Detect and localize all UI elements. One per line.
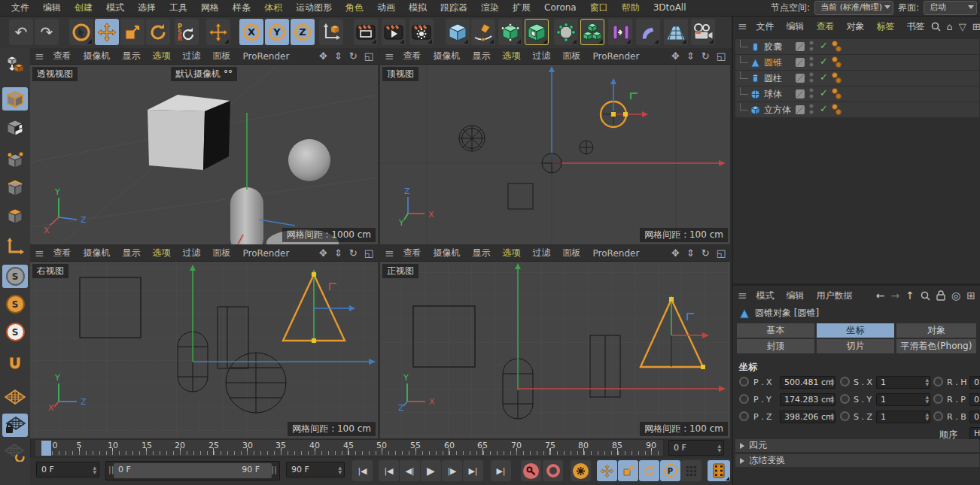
stepper-icon[interactable]: ▲▼ <box>338 465 342 474</box>
texture-mode-button[interactable] <box>2 116 28 139</box>
rp-input[interactable]: 0 <box>969 393 980 406</box>
burger-icon[interactable]: ≡ <box>385 50 394 63</box>
live-selection-button[interactable] <box>69 19 93 45</box>
order-select[interactable]: H <box>969 427 980 440</box>
viewport-menu-display[interactable]: 显示 <box>117 247 147 259</box>
key-radio[interactable] <box>739 411 749 421</box>
polygons-mode-button[interactable] <box>2 204 28 227</box>
camera-toggle-icon[interactable] <box>224 71 233 78</box>
sz-input[interactable]: 1▲▼ <box>876 411 930 423</box>
object-name[interactable]: 胶囊 <box>764 41 782 53</box>
menu-help[interactable]: 帮助 <box>615 0 647 16</box>
rotate-tool-button[interactable] <box>146 19 170 45</box>
burger-icon[interactable]: ≡ <box>35 50 44 63</box>
search-icon[interactable] <box>921 291 930 301</box>
key-radio[interactable] <box>840 394 850 404</box>
planar-workplane-button[interactable] <box>2 441 28 464</box>
viewport-menu-view[interactable]: 查看 <box>397 247 428 259</box>
viewport-menu-filter[interactable]: 过滤 <box>527 50 557 62</box>
object-row-sphere[interactable]: 球体 ✓ <box>735 86 979 102</box>
viewport-menu-panel[interactable]: 面板 <box>207 50 237 62</box>
section-quaternion[interactable]: 四元 <box>735 439 979 452</box>
filter-icon[interactable]: ▽ <box>959 21 966 32</box>
lock-workplane-button[interactable] <box>2 414 28 437</box>
menu-window[interactable]: 窗口 <box>583 0 615 16</box>
search-icon[interactable] <box>931 22 941 32</box>
key-radio[interactable] <box>933 411 943 421</box>
layer-chip-icon[interactable] <box>796 105 805 114</box>
spline-pen-button[interactable] <box>471 19 495 45</box>
primitive-cube-button[interactable] <box>446 19 470 45</box>
snap-modes-button[interactable]: S <box>2 320 28 344</box>
target-icon[interactable]: ◎ <box>951 289 960 302</box>
axis-x-lock-button[interactable]: X <box>239 19 263 45</box>
viewport-menu-camera[interactable]: 摄像机 <box>428 247 467 259</box>
deformer-button[interactable] <box>554 19 578 45</box>
up-arrow-icon[interactable]: ↑ <box>905 289 915 302</box>
menu-create[interactable]: 创建 <box>68 0 99 16</box>
menu-corona[interactable]: Corona <box>537 0 583 16</box>
viewport-pan-icon[interactable]: ✥ <box>319 247 327 259</box>
menu-tracker[interactable]: 跟踪器 <box>434 0 474 16</box>
key-radio[interactable] <box>739 377 749 386</box>
viewport-right-canvas[interactable]: Y Z X 右视图 网格间距 : 100 cm <box>30 262 378 438</box>
layer-chip-icon[interactable] <box>796 42 805 51</box>
viewport-menu-view[interactable]: 查看 <box>397 50 428 62</box>
stepper-icon[interactable]: ▲▼ <box>717 444 721 453</box>
back-arrow-icon[interactable]: ← <box>876 289 885 302</box>
visibility-dots-icon[interactable] <box>809 104 814 114</box>
viewport-menu-options[interactable]: 选项 <box>147 247 177 259</box>
menu-mograph[interactable]: 运动图形 <box>289 0 339 16</box>
tab-caps[interactable]: 封顶 <box>737 339 814 353</box>
viewport-menu-options[interactable]: 选项 <box>497 247 527 259</box>
menu-3dtoall[interactable]: 3DtoAll <box>647 0 693 16</box>
key-radio[interactable] <box>933 394 943 404</box>
viewport-rotate-icon[interactable]: ↻ <box>702 247 710 259</box>
am-menu-mode[interactable]: 模式 <box>750 289 781 302</box>
viewport-maximize-icon[interactable]: ◱ <box>717 50 726 62</box>
enabled-check-icon[interactable]: ✓ <box>820 87 828 99</box>
enabled-check-icon[interactable]: ✓ <box>820 56 828 67</box>
burger-icon[interactable]: ≡ <box>738 20 747 33</box>
record-keyframe-button[interactable] <box>521 460 541 481</box>
object-name[interactable]: 圆锥 <box>764 56 782 69</box>
visibility-dots-icon[interactable] <box>809 88 814 99</box>
am-menu-userdata[interactable]: 用户数据 <box>811 289 859 302</box>
home-icon[interactable]: ⌂ <box>947 21 953 32</box>
make-editable-button[interactable] <box>2 53 28 76</box>
object-row-cone[interactable]: 圆锥 ✓ <box>735 55 979 70</box>
viewport-pan-icon[interactable]: ✥ <box>319 50 327 62</box>
key-radio[interactable] <box>840 411 850 421</box>
burger-icon[interactable]: ≡ <box>385 247 394 260</box>
viewport-menu-display[interactable]: 显示 <box>467 247 497 259</box>
menu-mesh[interactable]: 网格 <box>194 0 226 16</box>
menu-tools[interactable]: 工具 <box>163 0 194 16</box>
node-space-select[interactable]: 当前 (标准/物理) <box>814 1 893 15</box>
visibility-dots-icon[interactable] <box>809 72 814 83</box>
previous-frame-button[interactable]: ◀| <box>400 460 420 481</box>
viewport-menu-camera[interactable]: 摄像机 <box>78 247 117 259</box>
viewport-rotate-icon[interactable]: ↻ <box>349 247 358 259</box>
key-radio[interactable] <box>933 377 943 386</box>
material-tag-icon[interactable] <box>832 104 844 116</box>
om-menu-objects[interactable]: 对象 <box>841 20 871 33</box>
play-button[interactable]: ▶ <box>421 460 441 481</box>
viewport-menu-filter[interactable]: 过滤 <box>527 247 557 259</box>
stepper-icon[interactable]: ▲▼ <box>925 412 929 421</box>
record-parameter-toggle[interactable]: P <box>660 460 680 481</box>
sx-input[interactable]: 1▲▼ <box>876 376 930 389</box>
burger-icon[interactable]: ≡ <box>35 247 44 260</box>
edges-mode-button[interactable] <box>2 176 28 199</box>
object-row-cylinder[interactable]: 圆柱 ✓ <box>735 71 979 86</box>
material-tag-icon[interactable] <box>832 88 844 100</box>
viewport-dolly-icon[interactable]: ⇕ <box>686 247 695 259</box>
render-preview-button[interactable] <box>708 460 730 481</box>
enabled-check-icon[interactable]: ✓ <box>820 71 828 83</box>
am-menu-edit[interactable]: 编辑 <box>781 289 811 302</box>
tab-phong[interactable]: 平滑着色(Phong) <box>896 339 976 353</box>
key-radio[interactable] <box>739 394 749 404</box>
enabled-check-icon[interactable]: ✓ <box>820 40 828 51</box>
menu-edit[interactable]: 编辑 <box>36 0 68 16</box>
coordinate-system-button[interactable] <box>319 19 343 45</box>
rh-input[interactable]: 0 <box>969 376 980 389</box>
